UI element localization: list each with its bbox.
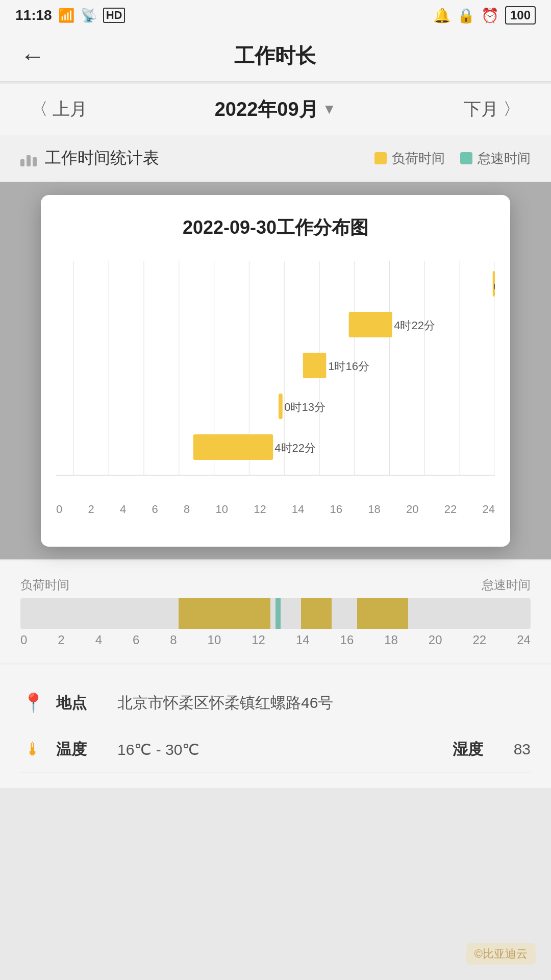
x-label-4: 4 (120, 503, 126, 516)
svg-text:1时16分: 1时16分 (328, 359, 369, 372)
next-month-button[interactable]: 下月 〉 (464, 97, 520, 121)
header: ← 工作时长 (0, 31, 551, 82)
bar-icon-2 (27, 155, 31, 166)
bar-icon-3 (33, 157, 37, 166)
battery-label: 100 (505, 6, 536, 24)
section-header: 工作时间统计表 负荷时间 怠速时间 (0, 135, 551, 182)
svg-text:4时22分: 4时22分 (394, 318, 435, 331)
current-month[interactable]: 2022年09月 ▼ (215, 96, 337, 122)
timeline-seg-4 (357, 598, 408, 629)
legend-idle-dot (460, 152, 472, 164)
legend-load-dot (374, 152, 387, 164)
main-content: 〈 上月 2022年09月 ▼ 下月 〉 工作时间统计表 负荷时间 怠速时间 (0, 84, 551, 788)
tl-x-0: 0 (20, 633, 27, 647)
x-axis-labels: 0 2 4 6 8 10 12 14 16 18 20 22 2 (56, 503, 495, 516)
humidity-key: 湿度 (453, 739, 514, 760)
x-label-20: 20 (406, 503, 418, 516)
x-label-0: 0 (56, 503, 62, 516)
chart-container: 0时1分 4时22分 1时16分 0时13分 (56, 261, 495, 526)
location-icon: 📍 (20, 690, 46, 716)
month-nav: 〈 上月 2022年09月 ▼ 下月 〉 (0, 84, 551, 135)
bar-3 (303, 353, 327, 378)
legend-load-label: 负荷时间 (392, 150, 445, 167)
section-title-text: 工作时间统计表 (45, 147, 159, 169)
timeline-section: 负荷时间 怠速时间 0 2 4 6 8 10 12 14 16 18 20 22… (0, 561, 551, 663)
tl-x-8: 8 (170, 633, 177, 647)
tl-x-22: 22 (473, 633, 487, 647)
work-distribution-modal: 2022-09-30工作分布图 (41, 195, 510, 547)
temperature-icon: 🌡 (20, 737, 46, 762)
hd-label: HD (103, 8, 126, 23)
back-button[interactable]: ← (20, 42, 45, 70)
status-time: 11:18 (15, 7, 52, 23)
modal-title: 2022-09-30工作分布图 (56, 215, 495, 240)
bar-4 (279, 394, 283, 419)
x-label-6: 6 (152, 503, 158, 516)
info-section: 📍 地点 北京市怀柔区怀柔镇红螺路46号 🌡 温度 16℃ - 30℃ 湿度 8… (0, 665, 551, 788)
prev-month-button[interactable]: 〈 上月 (31, 97, 87, 121)
x-label-12: 12 (254, 503, 266, 516)
page-title: 工作时长 (60, 42, 490, 70)
chart-grid: 0时1分 4时22分 1时16分 0时13分 (56, 261, 495, 496)
chart-area: 0时1分 4时22分 1时16分 0时13分 (56, 261, 495, 496)
location-value: 北京市怀柔区怀柔镇红螺路46号 (117, 693, 531, 714)
legend: 负荷时间 怠速时间 (374, 150, 531, 167)
tl-x-20: 20 (429, 633, 442, 647)
watermark: ©比亚迪云 (466, 943, 536, 965)
timeline-bar (20, 598, 531, 629)
x-label-14: 14 (292, 503, 304, 516)
timeline-label-load: 负荷时间 (20, 577, 69, 593)
tl-x-14: 14 (296, 633, 310, 647)
tl-x-12: 12 (252, 633, 265, 647)
temperature-value: 16℃ - 30℃ (117, 741, 453, 758)
timeline-seg-1 (179, 598, 270, 629)
timeline-label-idle: 怠速时间 (482, 577, 531, 593)
x-label-24: 24 (482, 503, 494, 516)
location-row: 📍 地点 北京市怀柔区怀柔镇红螺路46号 (20, 680, 531, 726)
lock-icon: 🔒 (457, 7, 475, 24)
x-label-18: 18 (368, 503, 380, 516)
temperature-row: 🌡 温度 16℃ - 30℃ 湿度 83 (20, 726, 531, 773)
x-label-8: 8 (184, 503, 190, 516)
bar-5 (193, 434, 273, 460)
humidity-value: 83 (514, 741, 531, 758)
bar-icon-1 (20, 159, 24, 166)
x-label-16: 16 (330, 503, 342, 516)
bar-chart-icon (20, 150, 37, 166)
status-bar-left: 11:18 📶 📡 HD (15, 7, 125, 23)
tl-x-4: 4 (95, 633, 102, 647)
tl-x-2: 2 (58, 633, 64, 647)
bar-2 (349, 312, 392, 337)
month-dropdown-arrow: ▼ (322, 101, 337, 117)
alarm-icon: ⏰ (481, 7, 499, 24)
svg-text:4时22分: 4时22分 (274, 441, 316, 454)
month-label: 2022年09月 (215, 96, 318, 122)
status-bar-right: 🔔 🔒 ⏰ 100 (433, 6, 536, 24)
tl-x-24: 24 (517, 633, 531, 647)
modal-overlay[interactable]: 2022-09-30工作分布图 (0, 182, 551, 559)
timeline-x-labels: 0 2 4 6 8 10 12 14 16 18 20 22 24 (20, 633, 531, 647)
timeline-labels: 负荷时间 怠速时间 (20, 577, 531, 593)
legend-idle-label: 怠速时间 (478, 150, 531, 167)
x-label-22: 22 (444, 503, 457, 516)
section-title: 工作时间统计表 (20, 147, 159, 169)
signal-icon: 📶 (58, 8, 74, 23)
vibrate-icon: 🔔 (433, 7, 451, 24)
x-label-10: 10 (215, 503, 228, 516)
status-bar: 11:18 📶 📡 HD 🔔 🔒 ⏰ 100 (0, 0, 551, 31)
svg-text:0时13分: 0时13分 (284, 400, 325, 413)
svg-text:0时1分: 0时1分 (493, 280, 495, 292)
background-chart-area: 2022-09-30工作分布图 (0, 182, 551, 559)
timeline-seg-3 (301, 598, 332, 629)
legend-idle: 怠速时间 (460, 150, 531, 167)
tl-x-18: 18 (384, 633, 398, 647)
tl-x-16: 16 (340, 633, 354, 647)
wifi-icon: 📡 (81, 8, 97, 23)
tl-x-10: 10 (208, 633, 221, 647)
location-key: 地点 (56, 693, 117, 714)
timeline-seg-2 (276, 598, 281, 629)
temperature-key: 温度 (56, 739, 117, 760)
tl-x-6: 6 (133, 633, 139, 647)
x-label-2: 2 (88, 503, 94, 516)
legend-load: 负荷时间 (374, 150, 445, 167)
